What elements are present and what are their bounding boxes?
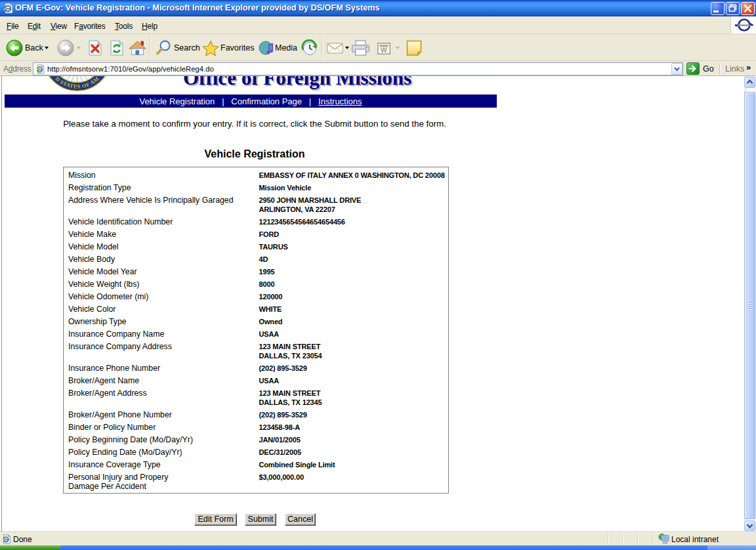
svg-text:W: W bbox=[381, 46, 387, 54]
